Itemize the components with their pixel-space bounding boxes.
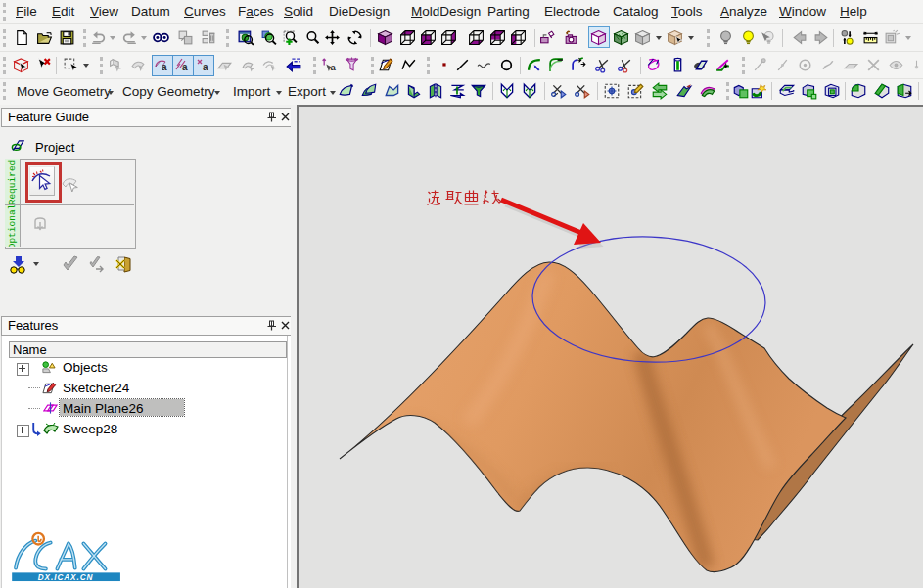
svg-text:DX.ICAX.CN: DX.ICAX.CN xyxy=(38,573,94,582)
svg-text:a: a xyxy=(162,62,167,72)
svg-text:a: a xyxy=(182,62,188,72)
svg-text:a: a xyxy=(203,62,208,72)
svg-text:a: a xyxy=(331,62,337,72)
